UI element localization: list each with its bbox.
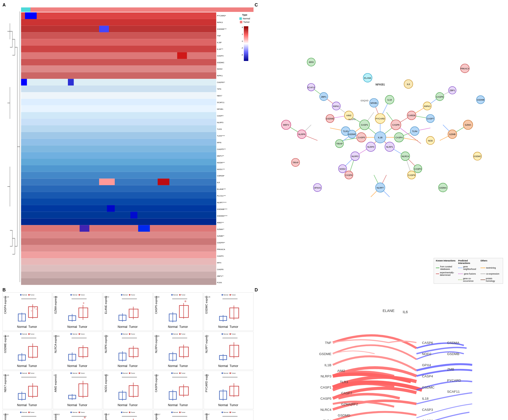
svg-text:GZMA|RF2: GZMA|RF2 — [341, 402, 358, 406]
svg-rect-172 — [79, 384, 88, 396]
svg-text:NFKB1: NFKB1 — [375, 83, 385, 86]
svg-rect-140 — [129, 348, 138, 357]
svg-text:TLR4: TLR4 — [412, 130, 417, 133]
bp-legend-18: Normal Tumor — [121, 412, 135, 413]
bp-svg-7: Normal Tumor NLRCA expression — [54, 335, 102, 368]
svg-rect-57 — [21, 212, 216, 219]
svg-text:Normal: Normal — [67, 364, 77, 368]
svg-text:CASP7: CASP7 — [427, 117, 434, 120]
bp-pval-11: 5.3e-05 — [3, 374, 9, 376]
svg-text:ELANE: ELANE — [383, 308, 395, 312]
svg-point-214 — [84, 417, 86, 418]
bp-svg-14: Normal Tumor CASP8 expression — [154, 374, 202, 407]
svg-rect-43 — [21, 125, 216, 132]
svg-rect-75 — [177, 52, 187, 59]
bp-svg-18: Normal Tumor NOD1 expression — [104, 413, 152, 420]
svg-rect-26 — [21, 26, 216, 32]
svg-text:Tumor: Tumor — [230, 364, 238, 368]
boxplot-grid: Normal Tumor 1.1e-05 Normal Tumor CASP4 … — [2, 292, 254, 420]
type-bar-tumor — [30, 7, 254, 12]
bp-legend-17: Normal Tumor — [70, 412, 85, 413]
svg-rect-46 — [21, 145, 216, 152]
svg-rect-39 — [21, 99, 216, 106]
svg-text:NOD1 expression: NOD1 expression — [104, 374, 107, 392]
bp-svg-11: Normal Tumor NEK7 expression — [3, 374, 51, 407]
svg-text:Tumor: Tumor — [230, 403, 238, 407]
heatmap-legend: Type Normal Tumor 6 2 — [236, 12, 254, 286]
svg-rect-41 — [21, 112, 216, 119]
boxplot-nlrp7: Normal Tumor 4e-07 Normal Tumor NLRP7 ex… — [204, 332, 253, 370]
svg-text:NLRP1: NLRP1 — [386, 146, 393, 148]
svg-text:PYCARD expression: PYCARD expression — [205, 374, 208, 392]
svg-text:CASP9: CASP9 — [408, 174, 415, 176]
svg-text:Normal: Normal — [118, 325, 127, 328]
svg-rect-132 — [79, 348, 88, 357]
dendrogram-svg — [6, 7, 21, 286]
svg-text:Normal: Normal — [67, 403, 77, 407]
bp-svg-4: Normal Tumor CASP5 expression — [154, 296, 202, 329]
svg-rect-61 — [21, 232, 216, 238]
bp-svg-8: Normal Tumor NLRP6 expression — [104, 335, 152, 368]
type-tumor-indicator: Tumor — [240, 21, 250, 23]
boxplot-gzma: Normal Tumor 0.001 Normal Tumor GZMA exp… — [53, 292, 102, 331]
svg-text:NLRP3: NLRP3 — [367, 146, 374, 148]
panel-c-label: C — [255, 2, 258, 8]
svg-rect-196 — [230, 386, 239, 396]
svg-text:ZBP1: ZBP1 — [450, 89, 455, 92]
boxplot-casp5: Normal Tumor 0.0039 Normal Tumor CASP5 e… — [153, 292, 203, 331]
svg-rect-59 — [21, 225, 216, 232]
network-legend: Known Interactions Predicted Interaction… — [434, 258, 503, 284]
boxplot-aim2: Normal Tumor 0 Normal Tumor AIM2 express… — [53, 371, 102, 409]
bp-svg-9: Normal Tumor NLRP4 expression — [154, 335, 202, 368]
svg-rect-44 — [21, 132, 216, 139]
svg-text:NLRP6 expression: NLRP6 expression — [104, 335, 107, 353]
svg-rect-47 — [21, 152, 216, 159]
boxplot-gsdme: Normal Tumor 1.6e-05 Normal Tumor GSDME … — [2, 332, 52, 370]
svg-rect-180 — [129, 386, 138, 396]
svg-rect-70 — [68, 79, 74, 85]
network-area: IL1B CASP1 CASP8 NLRP1 NLRP3 PYCARD CASP… — [255, 7, 506, 286]
svg-text:ELANE expression: ELANE expression — [104, 296, 107, 314]
svg-text:Tumor: Tumor — [28, 403, 37, 407]
svg-text:Normal: Normal — [168, 364, 178, 368]
bp-legend-4: Normal Tumor — [171, 294, 185, 296]
svg-text:NFKB1: NFKB1 — [370, 102, 377, 104]
svg-text:CASP4: CASP4 — [422, 374, 433, 378]
svg-rect-58 — [21, 219, 216, 225]
svg-text:CASP3: CASP3 — [414, 168, 421, 170]
svg-rect-38 — [21, 92, 216, 99]
svg-text:NLRP7 expression: NLRP7 expression — [205, 335, 208, 353]
bp-svg-1: Normal Tumor CASP4 expression — [3, 296, 51, 329]
heatmap-body: PYCARD* RIPK3 GSDME*** TNF IL1B* IL18***… — [21, 12, 254, 286]
boxplot-gsdmc: Normal Tumor 5.1e-05 Normal Tumor GSDMC … — [204, 292, 253, 331]
panel-d: D — [255, 287, 506, 420]
svg-text:GSDMB: GSDMB — [477, 99, 484, 101]
legend-color-bar — [244, 26, 248, 61]
svg-rect-116 — [230, 308, 239, 318]
bp-svg-6: Normal Tumor GSDME expression — [3, 335, 51, 368]
bp-pval-6: 1.6e-05 — [3, 335, 9, 337]
bp-pval-5: 5.1e-05 — [205, 296, 210, 298]
svg-text:GZMA: GZMA — [465, 124, 471, 126]
main-layout: A — [0, 0, 508, 420]
svg-text:Normal: Normal — [218, 325, 228, 328]
svg-text:CASP5 expression: CASP5 expression — [155, 296, 158, 314]
type-normal-label: Normal — [243, 17, 250, 20]
svg-text:CASP1: CASP1 — [361, 124, 368, 126]
svg-text:GSDME expression: GSDME expression — [4, 335, 7, 353]
svg-text:CASP7: CASP7 — [341, 391, 352, 395]
svg-rect-32 — [21, 59, 216, 66]
svg-rect-66 — [21, 265, 216, 272]
svg-text:IL6: IL6 — [407, 83, 410, 85]
bp-pval-13: 7e-05 — [104, 374, 108, 376]
svg-text:AIM2: AIM2 — [346, 114, 351, 117]
bp-legend-19: Normal Tumor — [171, 412, 185, 413]
svg-text:ELAN6: ELAN6 — [364, 77, 371, 79]
svg-rect-50 — [21, 172, 216, 179]
bp-pval-4: 0.0039 — [154, 296, 159, 298]
svg-rect-73 — [80, 225, 89, 232]
type-tumor-label: Tumor — [243, 21, 250, 23]
svg-rect-30 — [21, 46, 216, 52]
svg-rect-79 — [28, 307, 37, 317]
svg-text:Normal: Normal — [118, 364, 127, 368]
